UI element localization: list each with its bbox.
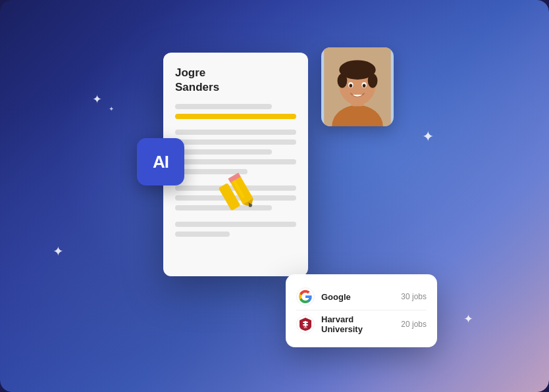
resume-name: Jogre Sanders bbox=[175, 66, 296, 95]
profile-photo bbox=[321, 47, 394, 126]
ai-badge-label: AI bbox=[153, 152, 169, 172]
resume-card: Jogre Sanders bbox=[163, 53, 308, 276]
main-scene: ✦ ✦ ✦ ✦ ✦ Jogre Sanders AI bbox=[0, 0, 549, 392]
ai-badge: AI bbox=[137, 138, 184, 185]
harvard-company-name: Harvard University bbox=[321, 314, 394, 334]
resume-line bbox=[175, 232, 230, 237]
jobs-card: Google 30 jobs VE Harvard University 20 … bbox=[286, 274, 437, 347]
svg-point-15 bbox=[350, 84, 353, 87]
resume-line bbox=[175, 139, 296, 145]
resume-line bbox=[175, 104, 272, 109]
resume-highlight-line bbox=[175, 114, 296, 119]
resume-line bbox=[175, 159, 296, 164]
google-job-count: 30 jobs bbox=[401, 292, 427, 301]
resume-line bbox=[175, 149, 272, 155]
svg-point-11 bbox=[338, 74, 348, 88]
job-row-harvard: VE Harvard University 20 jobs bbox=[296, 310, 427, 338]
svg-point-16 bbox=[363, 84, 366, 87]
resume-line bbox=[175, 130, 296, 135]
harvard-logo: VE bbox=[296, 315, 315, 333]
resume-line bbox=[175, 222, 296, 227]
harvard-job-count: 20 jobs bbox=[401, 320, 427, 329]
job-row-google: Google 30 jobs bbox=[296, 283, 427, 310]
google-logo bbox=[296, 287, 315, 306]
google-company-name: Google bbox=[321, 292, 394, 302]
svg-point-12 bbox=[368, 74, 378, 88]
svg-text:VE: VE bbox=[303, 326, 307, 329]
